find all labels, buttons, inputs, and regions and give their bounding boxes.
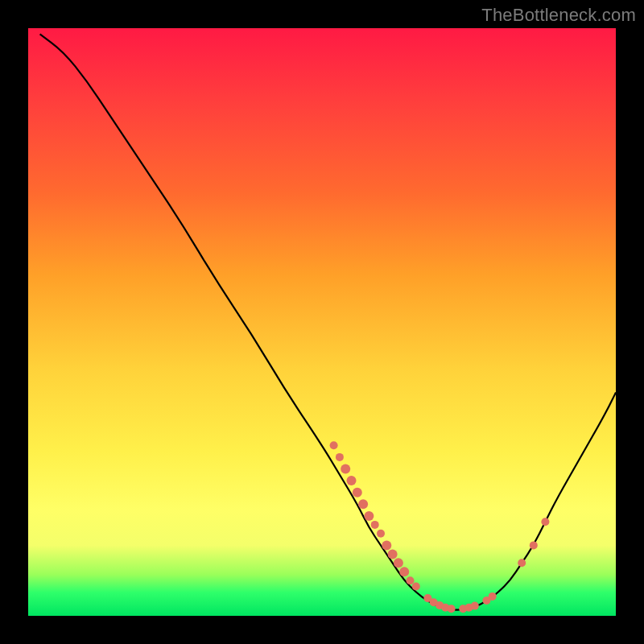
watermark-text: TheBottleneck.com: [481, 5, 636, 26]
curve-dot: [407, 576, 415, 584]
curve-dot: [353, 488, 362, 497]
curve-dot: [347, 476, 357, 485]
curve-dot: [371, 521, 379, 529]
curve-dot: [330, 441, 338, 449]
curve-dot: [358, 499, 368, 509]
curve-dot: [518, 559, 526, 567]
curve-dots: [330, 441, 550, 613]
curve-dot: [377, 530, 385, 538]
curve-dot: [388, 549, 398, 559]
chart-svg: [28, 28, 616, 616]
curve-dot: [382, 540, 391, 550]
curve-dot: [471, 602, 479, 610]
curve-dot: [489, 592, 497, 601]
curve-dot: [412, 583, 420, 591]
chart-plot-area: [28, 28, 616, 616]
curve-dot: [448, 605, 456, 613]
curve-dot: [336, 453, 344, 461]
chart-frame: TheBottleneck.com: [0, 0, 644, 644]
bottleneck-curve: [40, 34, 616, 609]
curve-dot: [341, 464, 350, 474]
curve-dot: [541, 518, 549, 526]
curve-dot: [399, 567, 409, 576]
curve-dot: [394, 558, 403, 568]
curve-dot: [364, 511, 374, 521]
curve-dot: [530, 541, 538, 549]
